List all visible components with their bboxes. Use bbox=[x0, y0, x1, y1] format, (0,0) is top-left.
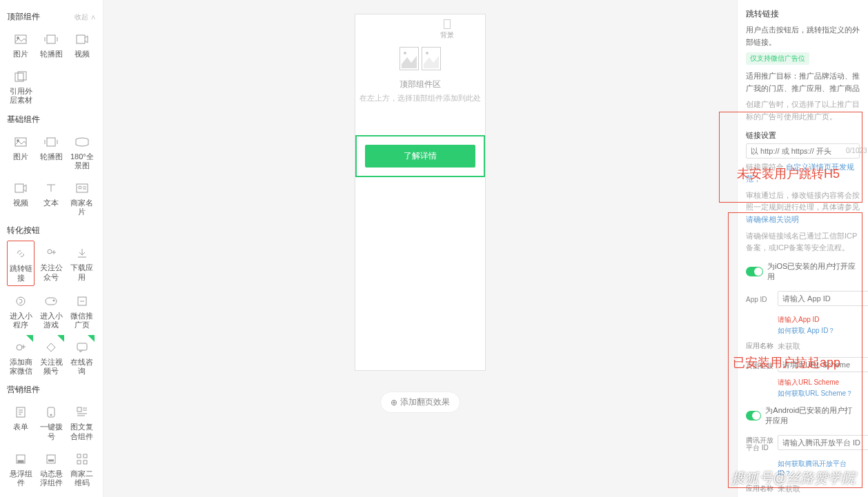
tencent-id-input[interactable] bbox=[782, 438, 868, 447]
component-form[interactable]: 表单 bbox=[7, 400, 34, 443]
component-game[interactable]: 进入小游戏 bbox=[37, 289, 65, 332]
component-ref[interactable]: 引用外层素材 bbox=[7, 64, 34, 108]
combo-icon bbox=[74, 404, 90, 420]
component-dial[interactable]: 一键拨号 bbox=[37, 400, 65, 443]
component-video[interactable]: 视频 bbox=[7, 176, 34, 219]
svg-rect-2 bbox=[47, 35, 55, 43]
component-pano[interactable]: 180°全景图 bbox=[68, 130, 96, 173]
component-dynfloat[interactable]: 动态悬浮组件 bbox=[37, 447, 65, 490]
help-app-id-link[interactable]: 如何获取 App ID？ bbox=[778, 326, 860, 336]
qr-icon bbox=[74, 451, 90, 467]
page-url-input[interactable] bbox=[782, 361, 868, 369]
component-label: 在线咨询 bbox=[68, 358, 96, 376]
component-text[interactable]: 文本 bbox=[37, 176, 65, 219]
video-icon bbox=[12, 180, 29, 196]
form-icon bbox=[12, 404, 29, 420]
add-page-effect-button[interactable]: ⊕ 添加翻页效果 bbox=[380, 392, 460, 413]
panel-title: 跳转链接 bbox=[746, 8, 860, 20]
svg-rect-27 bbox=[83, 454, 87, 458]
component-label: 轮播图 bbox=[40, 50, 63, 59]
card-icon bbox=[74, 180, 90, 196]
app-name-value: 未获取 bbox=[778, 341, 800, 352]
goal-note: 创建广告时，仅选择了以上推广目标的广告可使用此推广页。 bbox=[746, 99, 860, 123]
svg-point-11 bbox=[79, 186, 81, 189]
cta-button[interactable]: 了解详情 bbox=[365, 145, 475, 168]
component-link[interactable]: 跳转链接 bbox=[7, 241, 34, 285]
component-qr[interactable]: 商家二维码 bbox=[68, 447, 96, 490]
pano-icon bbox=[74, 134, 90, 150]
component-follow[interactable]: 关注公众号 bbox=[37, 241, 65, 285]
collapse-icon[interactable]: 收起 ∧ bbox=[75, 12, 96, 22]
zone-subtitle: 在左上方，选择顶部组件添加到此处 bbox=[359, 93, 481, 103]
component-label: 一键拨号 bbox=[37, 423, 65, 440]
component-combo[interactable]: 图文复合组件 bbox=[68, 400, 96, 443]
game-icon bbox=[43, 293, 59, 310]
dynfloat-icon bbox=[43, 451, 59, 467]
component-label: 图片 bbox=[13, 50, 28, 59]
goals-text: 适用推广目标：推广品牌活动、推广我的门店、推广应用、推广商品 bbox=[746, 70, 860, 94]
component-download[interactable]: 下载应用 bbox=[68, 241, 96, 285]
svg-point-13 bbox=[17, 297, 25, 305]
mini-icon bbox=[12, 293, 29, 310]
svg-rect-28 bbox=[77, 460, 81, 464]
component-module[interactable] bbox=[7, 493, 34, 497]
component-video[interactable]: 视频 bbox=[68, 27, 96, 61]
component-mini[interactable]: 进入小程序 bbox=[7, 289, 34, 332]
url-scheme-error: 请输入URL Scheme bbox=[778, 378, 860, 387]
component-addwx[interactable]: 添加商家微信 bbox=[7, 335, 34, 378]
help-url-scheme-link[interactable]: 如何获取URL Scheme？ bbox=[778, 389, 860, 398]
component-label: 添加商家微信 bbox=[7, 358, 34, 376]
ios-toggle[interactable] bbox=[746, 267, 763, 276]
svg-rect-10 bbox=[77, 184, 88, 192]
new-badge bbox=[26, 335, 33, 342]
background-toggle[interactable]: 背景 bbox=[440, 19, 454, 40]
top-component-zone[interactable]: 顶部组件区 在左上方，选择顶部组件添加到此处 bbox=[355, 14, 485, 135]
app-id-input[interactable] bbox=[782, 294, 868, 303]
component-label: 180°全景图 bbox=[68, 152, 96, 170]
watermark: 搜狐号@丝路赞学院 bbox=[731, 469, 856, 487]
component-consult[interactable]: 在线咨询 bbox=[68, 335, 96, 378]
android-toggle-label: 为Android已安装的用户打开应用 bbox=[765, 405, 860, 426]
svg-rect-8 bbox=[47, 138, 55, 146]
svg-rect-18 bbox=[77, 343, 87, 350]
component-label: 进入小程序 bbox=[7, 312, 34, 329]
svg-point-15 bbox=[53, 300, 55, 301]
dial-icon bbox=[43, 404, 59, 420]
promo-icon bbox=[74, 293, 90, 310]
float-icon bbox=[12, 451, 29, 467]
link-icon bbox=[12, 245, 29, 262]
component-promo[interactable]: 微信推广页 bbox=[68, 289, 96, 332]
android-toggle[interactable] bbox=[746, 411, 761, 420]
component-label: 微信推广页 bbox=[68, 312, 96, 329]
component-channels[interactable]: 关注视频号 bbox=[37, 335, 65, 378]
new-badge bbox=[57, 335, 64, 342]
component-image[interactable]: 图片 bbox=[7, 130, 34, 173]
zone-title: 顶部组件区 bbox=[400, 79, 441, 90]
component-label: 视频 bbox=[13, 199, 28, 207]
carousel-icon bbox=[43, 31, 59, 48]
component-cursor[interactable] bbox=[37, 493, 65, 497]
component-float[interactable]: 悬浮组件 bbox=[7, 447, 34, 490]
link-url-input[interactable] bbox=[751, 147, 846, 155]
help-link[interactable]: 请确保相关说明 bbox=[746, 215, 799, 223]
component-label: 表单 bbox=[13, 423, 28, 432]
component-label: 悬浮组件 bbox=[7, 469, 34, 487]
section-convert: 转化按钮 bbox=[7, 225, 96, 236]
component-label: 关注公众号 bbox=[37, 263, 65, 281]
component-carousel[interactable]: 轮播图 bbox=[37, 130, 65, 173]
app-id-error: 请输入App ID bbox=[778, 315, 860, 325]
component-label: 动态悬浮组件 bbox=[37, 469, 65, 487]
plus-icon: ⊕ bbox=[391, 398, 397, 407]
svg-rect-29 bbox=[83, 460, 87, 464]
cta-component-selected[interactable]: 了解详情 bbox=[355, 135, 485, 177]
component-image[interactable]: 图片 bbox=[7, 27, 34, 61]
component-label: 图片 bbox=[13, 152, 28, 161]
svg-rect-24 bbox=[18, 460, 23, 463]
svg-rect-22 bbox=[77, 407, 81, 412]
component-carousel[interactable]: 轮播图 bbox=[37, 27, 65, 61]
svg-point-12 bbox=[48, 250, 52, 254]
component-card[interactable]: 商家名片 bbox=[68, 176, 96, 219]
svg-rect-26 bbox=[77, 454, 81, 458]
download-icon bbox=[74, 245, 90, 261]
component-label: 文本 bbox=[43, 199, 59, 207]
